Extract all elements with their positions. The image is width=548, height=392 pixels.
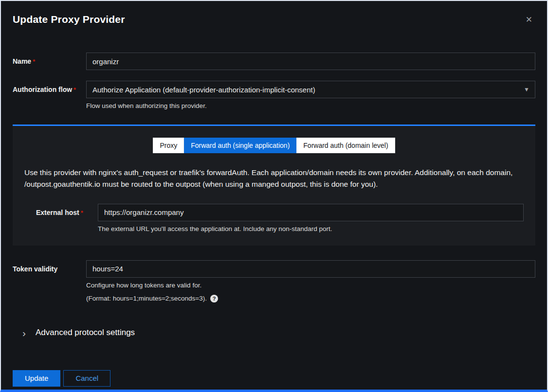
- token-validity-format-help: (Format: hours=1;minutes=2;seconds=3). ?: [86, 295, 535, 303]
- update-button[interactable]: Update: [13, 370, 60, 387]
- chevron-right-icon: ›: [22, 328, 26, 338]
- tab-forward-auth-domain[interactable]: Forward auth (domain level): [296, 138, 395, 153]
- advanced-settings-label: Advanced protocol settings: [36, 328, 135, 338]
- authorization-flow-select-wrap: Authorize Application (default-provider-…: [86, 81, 535, 98]
- token-validity-format-text: (Format: hours=1;minutes=2;seconds=3).: [86, 295, 207, 302]
- update-proxy-provider-modal: Update Proxy Provider ✕ Name* Authorizat…: [1, 1, 547, 387]
- name-input[interactable]: [86, 53, 535, 70]
- modal-footer: Update Cancel: [13, 370, 535, 387]
- proxy-mode-toggle-group: Proxy Forward auth (single application) …: [24, 138, 524, 153]
- authorization-flow-label: Authorization flow*: [13, 81, 86, 93]
- external-host-help: The external URL you'll access the appli…: [98, 225, 524, 234]
- name-field-row: Name*: [13, 53, 535, 70]
- proxy-mode-panel: Proxy Forward auth (single application) …: [13, 125, 535, 246]
- external-host-label-text: External host: [36, 209, 79, 216]
- help-circle-icon[interactable]: ?: [210, 295, 218, 303]
- authorization-flow-row: Authorization flow* Authorize Applicatio…: [13, 81, 535, 111]
- close-icon[interactable]: ✕: [526, 16, 532, 24]
- external-host-row: External host* The external URL you'll a…: [24, 204, 524, 234]
- mode-description: Use this provider with nginx's auth_requ…: [24, 167, 521, 190]
- token-validity-input[interactable]: [86, 260, 535, 278]
- name-label-text: Name: [13, 57, 31, 65]
- name-label: Name*: [13, 53, 86, 65]
- token-validity-help: Configure how long tokens are valid for.: [86, 281, 535, 290]
- required-asterisk: *: [33, 58, 35, 65]
- required-asterisk: *: [73, 86, 76, 93]
- required-asterisk: *: [81, 209, 83, 216]
- modal-header: Update Proxy Provider ✕: [13, 1, 535, 25]
- token-validity-row: Token validity Configure how long tokens…: [13, 260, 535, 303]
- external-host-label: External host*: [24, 204, 98, 216]
- advanced-settings-expander[interactable]: › Advanced protocol settings: [13, 328, 535, 338]
- token-validity-label: Token validity: [13, 260, 86, 273]
- token-validity-label-text: Token validity: [13, 265, 57, 273]
- tab-forward-auth-single[interactable]: Forward auth (single application): [184, 138, 296, 153]
- authorization-flow-label-text: Authorization flow: [13, 86, 72, 93]
- external-host-input[interactable]: [98, 204, 524, 221]
- cancel-button[interactable]: Cancel: [63, 370, 110, 387]
- authorization-flow-select[interactable]: Authorize Application (default-provider-…: [86, 81, 535, 98]
- tab-proxy[interactable]: Proxy: [153, 138, 184, 153]
- page-title: Update Proxy Provider: [13, 14, 535, 25]
- authorization-flow-help: Flow used when authorizing this provider…: [86, 102, 535, 111]
